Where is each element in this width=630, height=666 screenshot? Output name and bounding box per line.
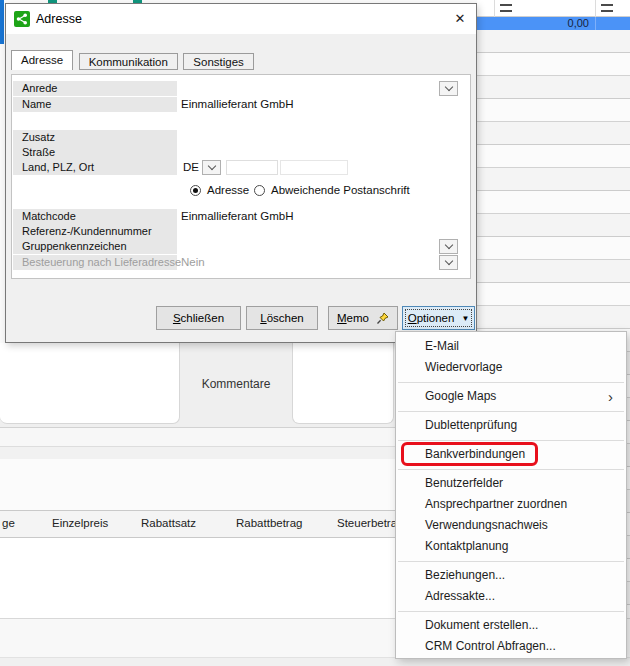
memo-note-icon [376,312,389,325]
positions-table-body [0,538,395,618]
menu-item-label: Verwendungsnachweis [425,518,548,532]
menu-separator [396,436,626,444]
column-header-rabattbetrag[interactable]: Rabattbetrag [236,517,303,529]
menu-item-label: Dokument erstellen... [425,618,538,632]
column-header-menge-cut[interactable]: ge [2,517,15,529]
chevron-down-icon [207,162,215,170]
matchcode-input[interactable]: Einmallieferant GmbH [181,209,293,224]
menu-item-wiedervorlage[interactable]: Wiedervorlage [396,357,626,378]
chevron-down-icon [444,257,452,265]
menu-separator [396,378,626,386]
screen: 0,00 Kommentare Einzelpreis aktualisiere… [0,0,630,666]
menu-item-dublettenpruefung[interactable]: Dublettenprüfung [396,415,626,436]
anrede-dropdown[interactable] [439,81,458,96]
name-input[interactable]: Einmallieferant GmbH [181,97,293,112]
country-value[interactable]: DE [183,160,199,175]
optionen-menu: E-Mail Wiedervorlage Google Maps › Duble… [395,331,627,659]
menu-item-ansprechpartner-zuordnen[interactable]: Ansprechpartner zuordnen [396,494,626,515]
dropdown-arrow-icon: ▼ [461,315,469,323]
column-menu-icon[interactable] [500,4,512,12]
loeschen-button[interactable]: Löschen [246,306,318,330]
menu-item-dokument-erstellen[interactable]: Dokument erstellen... [396,615,626,636]
menu-separator [396,557,626,565]
selected-row-value: 0,00 [517,17,589,30]
button-label: Schließen [173,312,224,324]
matchcode-label: Matchcode [13,209,177,224]
column-header-einzelpreis[interactable]: Einzelpreis [52,517,108,529]
plz-input[interactable] [226,160,278,175]
table-row-selected[interactable]: 0,00 [477,17,630,30]
tab-kommunikation[interactable]: Kommunikation [79,53,178,70]
ort-input[interactable] [280,160,348,175]
gruppenkennzeichen-dropdown[interactable] [439,239,458,254]
address-app-icon [14,11,30,27]
besteuerung-value: Nein [181,255,205,270]
menu-item-label: Kontaktplanung [425,539,508,553]
column-header-rabattsatz[interactable]: Rabattsatz [141,517,196,529]
menu-item-label: E-Mail [425,339,459,353]
close-icon[interactable]: ✕ [450,10,470,28]
menu-item-label: Benutzerfelder [425,476,503,490]
name-label: Name [13,97,177,112]
besteuerung-label: Besteuerung nach Lieferadresse [13,255,177,270]
tab-kommentare[interactable]: Kommentare [180,377,292,391]
background-separator-band [0,427,395,446]
address-form-panel: Anrede Name Einmallieferant GmbH Zusatz … [11,74,471,279]
background-card-left [0,343,180,424]
menu-item-crm-control-abfragen[interactable]: CRM Control Abfragen... [396,636,626,657]
positions-toolbar: Einzelpreis aktualisieren € $ Lieferante… [0,459,395,510]
menu-item-beziehungen[interactable]: Beziehungen... [396,565,626,586]
menu-item-adressakte[interactable]: Adressakte... [396,586,626,607]
button-label: Memo [337,312,369,324]
menu-item-verwendungsnachweis[interactable]: Verwendungsnachweis [396,515,626,536]
menu-item-label: CRM Control Abfragen... [425,639,556,653]
radio-abweichende-postanschrift[interactable]: Abweichende Postanschrift [254,184,410,196]
menu-item-label: Dublettenprüfung [425,418,517,432]
menu-item-email[interactable]: E-Mail [396,336,626,357]
anrede-label: Anrede [13,81,177,96]
chevron-down-icon [444,83,452,91]
dialog-titlebar: Adresse ✕ [6,4,476,34]
besteuerung-dropdown [439,255,458,270]
tab-adresse[interactable]: Adresse [11,50,73,70]
radio-label: Abweichende Postanschrift [271,184,410,196]
menu-item-label: Adressakte... [425,589,495,603]
column-header-steuerbetrag-cut[interactable]: Steuerbetra [337,517,397,529]
menu-item-google-maps[interactable]: Google Maps › [396,386,626,407]
strasse-label: Straße [13,145,177,160]
background-selection-strip [0,0,4,44]
submenu-arrow-icon: › [608,386,613,407]
radio-adresse[interactable]: Adresse [190,184,249,196]
cell-border [595,17,596,30]
radio-selected-icon [190,185,201,196]
radio-unselected-icon [254,185,265,196]
column-border [595,0,596,17]
menu-separator [396,607,626,615]
zusatz-label: Zusatz [13,130,177,145]
menu-separator [396,407,626,415]
button-label: Löschen [260,312,304,324]
dialog-tabstrip: Adresse Kommunikation Sonstiges [11,50,255,70]
schliessen-button[interactable]: Schließen [156,306,241,330]
menu-item-label: Beziehungen... [425,568,505,582]
chevron-down-icon [444,241,452,249]
menu-separator [396,465,626,473]
background-table-header-row [477,0,630,17]
referenz-label: Referenz-/Kundennummer [13,224,177,239]
gruppenkennzeichen-label: Gruppenkennzeichen [13,239,177,254]
column-menu-icon[interactable] [601,4,613,12]
menu-item-benutzerfelder[interactable]: Benutzerfelder [396,473,626,494]
menu-item-label: Google Maps [425,389,496,403]
tab-sonstiges[interactable]: Sonstiges [183,53,254,70]
menu-item-bankverbindungen[interactable]: Bankverbindungen [396,444,626,465]
menu-item-label: Wiedervorlage [425,360,502,374]
country-dropdown[interactable] [202,160,221,175]
radio-label: Adresse [207,184,249,196]
background-separator-band [0,446,395,459]
button-label: Optionen [408,312,455,324]
optionen-button[interactable]: Optionen ▼ [402,306,475,330]
menu-item-label: Bankverbindungen [425,447,525,461]
menu-item-kontaktplanung[interactable]: Kontaktplanung [396,536,626,557]
adresse-dialog: Adresse ✕ Adresse Kommunikation Sonstige… [5,3,477,343]
memo-button[interactable]: Memo [328,306,398,330]
